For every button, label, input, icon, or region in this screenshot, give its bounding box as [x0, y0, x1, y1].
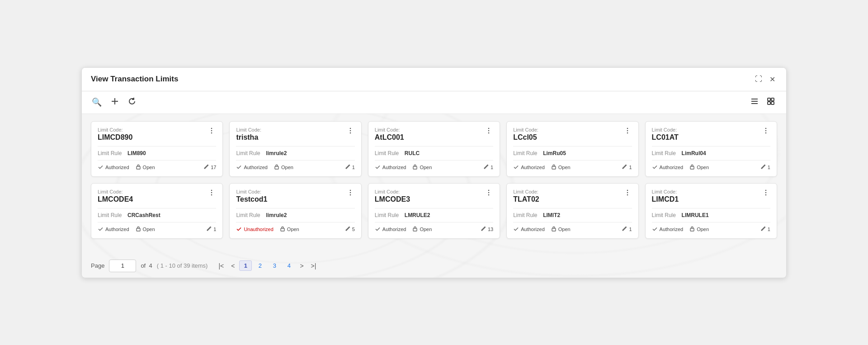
status-item-lock: Open — [689, 226, 709, 232]
card-rule-row: Limit Rule CRCashRest — [98, 212, 216, 218]
grid-view-button[interactable] — [764, 96, 777, 109]
card-menu-button[interactable] — [761, 189, 770, 198]
auth-icon — [652, 164, 658, 171]
status-item-count: 1 — [206, 226, 216, 232]
card-rule-row: Limit Rule LIMIT2 — [513, 212, 632, 218]
count-value: 1 — [213, 227, 216, 232]
status-item-lock: Open — [412, 164, 432, 170]
page-2-button[interactable]: 2 — [254, 261, 266, 270]
auth-label: Authorized — [382, 227, 406, 232]
page-of-label: of 4 — [141, 262, 152, 269]
auth-icon — [98, 226, 104, 233]
card-limit-value: LMCODE4 — [98, 195, 133, 203]
status-item-count: 5 — [345, 226, 355, 232]
card-divider — [652, 146, 770, 147]
card-rule-label: Limit Rule — [98, 150, 125, 156]
card-menu-button[interactable] — [346, 189, 355, 198]
prev-page-button[interactable]: < — [228, 261, 237, 271]
last-page-button[interactable]: >| — [308, 261, 319, 271]
expand-button[interactable]: ⛶ — [753, 74, 764, 84]
status-item-lock: Open — [689, 164, 709, 170]
auth-icon — [236, 226, 242, 233]
search-button[interactable]: 🔍 — [91, 96, 103, 108]
status-item-count: 1 — [345, 164, 355, 170]
card-divider-2 — [652, 222, 770, 222]
card-status-row: Authorized Open 1 — [652, 164, 770, 171]
first-page-button[interactable]: |< — [216, 261, 226, 271]
card-menu-button[interactable] — [761, 127, 770, 136]
svg-point-25 — [765, 128, 767, 129]
card-menu-button[interactable] — [623, 127, 632, 136]
card-code-block: Limit Code: LC01AT — [652, 127, 679, 142]
next-page-button[interactable]: > — [297, 261, 306, 271]
status-item-auth: Unauthorized — [236, 226, 273, 233]
card-limit-label: Limit Code: — [98, 189, 133, 194]
card-code-block: Limit Code: Testcod1 — [236, 189, 267, 203]
toolbar-left: 🔍 — [91, 96, 137, 109]
list-view-button[interactable] — [748, 96, 761, 109]
card: Limit Code: TLAT02 Limit Rule LIMIT2 Aut… — [506, 183, 638, 239]
svg-rect-20 — [413, 166, 417, 169]
status-item-auth: Authorized — [375, 226, 406, 233]
lock-label: Open — [420, 227, 432, 232]
card-status-row: Authorized Open 1 — [513, 226, 632, 233]
edit-icon — [481, 226, 486, 232]
svg-point-26 — [765, 130, 767, 131]
close-button[interactable]: ✕ — [768, 74, 777, 85]
lock-label: Open — [143, 165, 155, 170]
card-menu-button[interactable] — [484, 127, 493, 136]
lock-label: Open — [420, 165, 432, 170]
status-item-count: 1 — [622, 164, 632, 170]
svg-point-23 — [627, 132, 628, 133]
auth-icon — [652, 226, 658, 233]
add-button[interactable] — [110, 96, 120, 109]
card-menu-button[interactable] — [207, 189, 216, 198]
count-value: 1 — [352, 165, 355, 170]
lock-icon — [136, 164, 141, 170]
lock-icon — [280, 226, 285, 232]
card-rule-value: LIM890 — [127, 150, 146, 156]
card: Limit Code: tristha Limit Rule limrule2 … — [229, 121, 361, 177]
card-code-block: Limit Code: AtLC001 — [375, 127, 404, 142]
svg-point-46 — [765, 192, 767, 193]
svg-point-43 — [627, 194, 628, 195]
toolbar: 🔍 — [82, 91, 786, 114]
svg-point-38 — [488, 192, 490, 193]
card-status-row: Authorized Open 13 — [375, 226, 493, 233]
count-value: 1 — [491, 165, 493, 170]
lock-icon — [136, 226, 141, 232]
card-rule-value: limrule2 — [266, 150, 287, 156]
card-menu-button[interactable] — [623, 189, 632, 198]
svg-rect-36 — [281, 228, 284, 231]
lock-icon — [412, 164, 418, 170]
page-4-button[interactable]: 4 — [283, 261, 295, 270]
svg-point-47 — [765, 194, 767, 195]
card-status-row: Authorized Open 1 — [236, 164, 354, 171]
card-rule-row: Limit Rule limrule2 — [236, 212, 354, 218]
svg-rect-7 — [768, 102, 770, 104]
svg-rect-8 — [771, 102, 774, 104]
svg-point-19 — [488, 132, 490, 133]
lock-icon — [689, 226, 695, 232]
card-limit-label: Limit Code: — [513, 127, 538, 132]
page-3-button[interactable]: 3 — [268, 261, 281, 270]
status-item-count: 13 — [481, 226, 493, 232]
page-input[interactable] — [109, 260, 136, 272]
card-divider-2 — [236, 160, 354, 161]
auth-label: Authorized — [660, 165, 684, 170]
card-limit-label: Limit Code: — [375, 127, 404, 132]
card-menu-button[interactable] — [207, 127, 216, 136]
card-rule-value: RULC — [405, 150, 420, 156]
svg-point-10 — [211, 130, 212, 131]
page-1-button[interactable]: 1 — [239, 260, 252, 271]
title-bar: View Transaction Limits ⛶ ✕ — [82, 68, 786, 91]
card-menu-button[interactable] — [346, 127, 355, 136]
card-rule-label: Limit Rule — [513, 212, 540, 218]
refresh-button[interactable] — [127, 96, 137, 109]
card-rule-value: LIMRULE1 — [682, 212, 709, 218]
svg-point-15 — [349, 132, 351, 133]
svg-point-9 — [211, 128, 212, 129]
card-menu-button[interactable] — [484, 189, 493, 198]
cards-row-2: Limit Code: LMCODE4 Limit Rule CRCashRes… — [91, 183, 777, 239]
svg-rect-24 — [552, 166, 556, 169]
